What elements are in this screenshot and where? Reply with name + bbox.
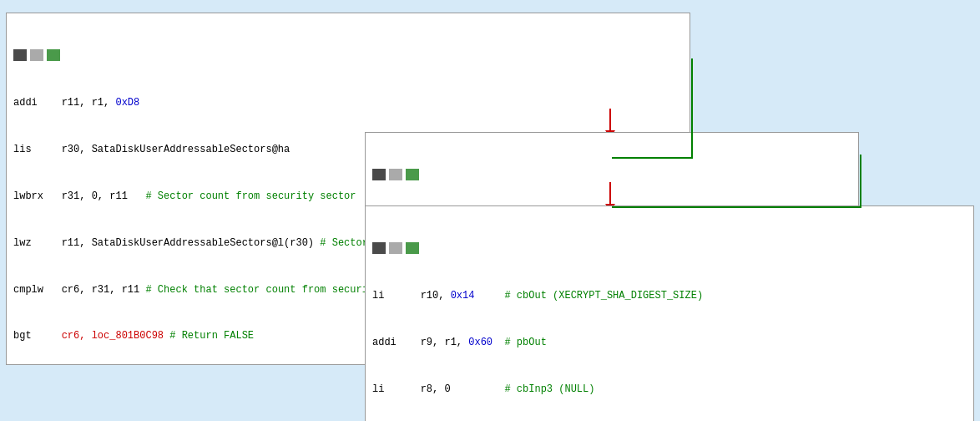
grid-icon-3	[372, 242, 386, 254]
pin-icon-3	[406, 242, 419, 254]
connector-h-right2	[612, 206, 861, 208]
title-bar-2	[372, 169, 851, 180]
code-line: addi r9, r1, 0x60 # pbOut	[372, 335, 967, 351]
code-line: li r8, 0 # cbInp3 (NULL)	[372, 382, 967, 398]
arrow-v1	[609, 109, 611, 132]
img-icon-3	[389, 242, 402, 254]
title-bar-3	[372, 242, 967, 254]
code-line: addi r11, r1, 0xD8	[13, 95, 683, 111]
img-icon-2	[389, 169, 402, 180]
connector-v-right	[691, 58, 693, 159]
pin-icon-2	[406, 169, 419, 180]
code-line: li r10, 0x14 # cbOut (XECRYPT_SHA_DIGEST…	[372, 288, 967, 304]
connector-h-right	[612, 157, 693, 159]
pin-icon	[47, 49, 60, 61]
img-icon	[30, 49, 43, 61]
grid-icon	[13, 49, 27, 61]
arrow-v2	[609, 182, 611, 205]
title-bar-1	[13, 49, 683, 61]
connector-v-right2	[860, 155, 861, 208]
grid-icon-2	[372, 169, 386, 180]
code-block-3: li r10, 0x14 # cbOut (XECRYPT_SHA_DIGEST…	[365, 205, 974, 421]
